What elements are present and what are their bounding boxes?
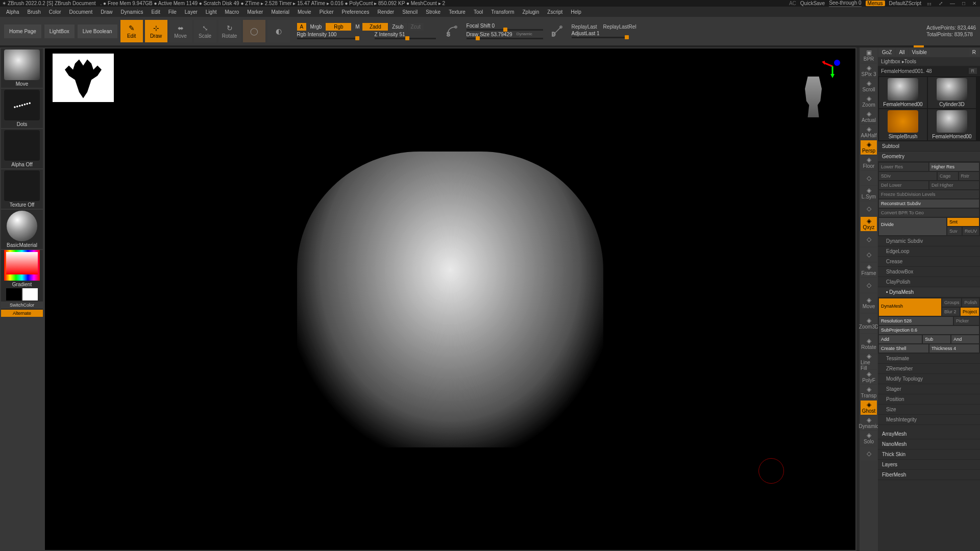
menu-zscript[interactable]: Zscript [543, 8, 567, 16]
groups-button[interactable]: Groups [942, 298, 962, 307]
menu-macro[interactable]: Macro [221, 8, 243, 16]
rside-ghost[interactable]: ◈Ghost [861, 400, 877, 415]
menu-preferences[interactable]: Preferences [337, 8, 373, 16]
alpha-selector[interactable]: Alpha Off [1, 129, 43, 168]
goz-visible-button[interactable]: Visible [909, 48, 930, 56]
home-page-button[interactable]: Home Page [4, 24, 41, 38]
rgb-button[interactable]: Rgb [326, 23, 351, 31]
section-tessimate[interactable]: Tessimate [878, 354, 980, 364]
focal-shift-slider[interactable]: Focal Shift 0 [467, 23, 543, 31]
material-selector[interactable]: BasicMaterial [1, 210, 43, 249]
del-lower-button[interactable]: Del Lower [879, 181, 928, 189]
rside-linefill[interactable]: ◈Line Fill [861, 355, 877, 369]
dynamesh-section[interactable]: • DynaMesh [878, 287, 980, 297]
reconstruct-subdiv-button[interactable]: Reconstruct Subdiv [879, 199, 979, 208]
rside-actual[interactable]: ◈Actual [861, 110, 877, 124]
picker-button[interactable]: Picker [954, 317, 979, 325]
lightbox-button[interactable]: LightBox [44, 24, 75, 38]
del-higher-button[interactable]: Del Higher [929, 181, 979, 189]
rotate-mode-button[interactable]: ↻Rotate [218, 20, 241, 42]
tool-r-button[interactable]: R [969, 68, 977, 74]
window-max-icon[interactable]: □ [961, 1, 967, 6]
menu-light[interactable]: Light [202, 8, 221, 16]
d-curve-icon[interactable]: D [549, 21, 565, 41]
goz-r-button[interactable]: R [969, 48, 979, 56]
stroke-selector[interactable]: Dots [1, 89, 43, 128]
menus-toggle[interactable]: Menus [866, 1, 885, 6]
live-boolean-button[interactable]: Live Boolean [78, 24, 117, 38]
brush-selector[interactable]: Move [1, 48, 43, 88]
axis-gizmo[interactable] [820, 54, 845, 79]
camera-head-icon[interactable] [799, 77, 827, 117]
section-arraymesh[interactable]: ArrayMesh [878, 429, 980, 439]
rside-zoom[interactable]: ◈Zoom [861, 94, 877, 109]
zadd-button[interactable]: Zadd [362, 23, 388, 31]
and-button[interactable]: And [951, 335, 979, 343]
window-min-icon[interactable]: — [948, 1, 957, 6]
mrgb-button[interactable]: Mrgb [307, 23, 325, 31]
smt-button[interactable]: Smt [947, 218, 979, 226]
m-button[interactable]: M [352, 23, 361, 31]
sdiv-slider[interactable]: SDiv [879, 172, 937, 180]
adjust-last-slider[interactable]: AdjustLast 1 [572, 31, 636, 38]
project-button[interactable]: Project [961, 308, 979, 316]
polish-button[interactable]: Polish [962, 298, 979, 307]
subprojection-slider[interactable]: SubProjection 0.6 [879, 326, 979, 334]
timeline-marker[interactable] [914, 45, 924, 47]
seethrough-slider[interactable]: See-through 0 [829, 0, 861, 7]
menu-tool[interactable]: Tool [470, 8, 487, 16]
section-nanomesh[interactable]: NanoMesh [878, 439, 980, 449]
rstr-button[interactable]: Rstr [959, 172, 979, 180]
rside-scroll[interactable]: ◈Scroll [861, 79, 877, 93]
rside-btn13[interactable]: ◇ [861, 247, 877, 262]
switch-color-button[interactable]: SwitchColor [1, 302, 43, 309]
claypolish-section[interactable]: ClayPolish [878, 277, 980, 287]
menu-document[interactable]: Document [65, 8, 97, 16]
lightbox-tools-row[interactable]: Lightbox ▸Tools [878, 57, 980, 66]
menu-dynamics[interactable]: Dynamics [117, 8, 148, 16]
tool-item-1[interactable]: Cylinder3D [928, 77, 976, 108]
rside-btn10[interactable]: ◇ [861, 202, 877, 216]
dynamesh-button[interactable]: DynaMesh [879, 298, 941, 316]
swatch-white[interactable] [22, 288, 38, 300]
rside-btn25[interactable]: ◇ [861, 446, 877, 461]
menu-layer[interactable]: Layer [181, 8, 202, 16]
gizmo-button[interactable]: ◯ [243, 20, 265, 42]
section-size[interactable]: Size [878, 405, 980, 415]
rside-qxyz[interactable]: ◈Qxyz [861, 217, 877, 231]
suv-button[interactable]: Suv [947, 227, 962, 235]
rside-floor[interactable]: ◈Floor [861, 156, 877, 170]
higher-res-button[interactable]: Higher Res [929, 163, 979, 171]
window-restore-icon[interactable]: ⤢ [937, 1, 944, 6]
menu-brush[interactable]: Brush [23, 8, 45, 16]
subtool-section[interactable]: Subtool [878, 141, 980, 152]
default-zscript[interactable]: DefaultZScript [889, 1, 921, 6]
menu-marker[interactable]: Marker [243, 8, 267, 16]
rside-zoom3d[interactable]: ◈Zoom3D [861, 314, 877, 333]
rside-aahalf[interactable]: ◈AAHalf [861, 125, 877, 139]
geometry-section[interactable]: Geometry [878, 152, 980, 162]
menu-alpha[interactable]: Alpha [2, 8, 23, 16]
rside-spix3[interactable]: ◈SPix 3 [861, 64, 877, 78]
section-stager[interactable]: Stager [878, 384, 980, 394]
shadowbox-section[interactable]: ShadowBox [878, 267, 980, 277]
goz-all-button[interactable]: All [896, 48, 908, 56]
tool-item-2[interactable]: SimpleBrush [879, 109, 927, 140]
zcut-button[interactable]: Zcut [408, 23, 424, 31]
menu-stencil[interactable]: Stencil [398, 8, 422, 16]
rside-polyf[interactable]: ◈PolyF [861, 370, 877, 384]
rside-rotate[interactable]: ◈Rotate [861, 334, 877, 354]
silhouette-thumbnail[interactable] [53, 54, 114, 102]
add-button[interactable]: Add [879, 335, 922, 343]
rside-solo[interactable]: ◈Solo [861, 431, 877, 445]
rside-persp[interactable]: ◈Persp [861, 140, 877, 155]
scale-mode-button[interactable]: ⤡Scale [194, 20, 216, 42]
thickness-slider[interactable]: Thickness 4 [929, 344, 979, 353]
tool-item-0[interactable]: FemaleHorned00 [879, 77, 927, 108]
rside-bpr[interactable]: ▣BPR [861, 48, 877, 63]
menu-color[interactable]: Color [45, 8, 65, 16]
zsub-button[interactable]: Zsub [389, 23, 406, 31]
section-thick-skin[interactable]: Thick Skin [878, 449, 980, 460]
menu-draw[interactable]: Draw [96, 8, 116, 16]
lower-res-button[interactable]: Lower Res [879, 163, 928, 171]
